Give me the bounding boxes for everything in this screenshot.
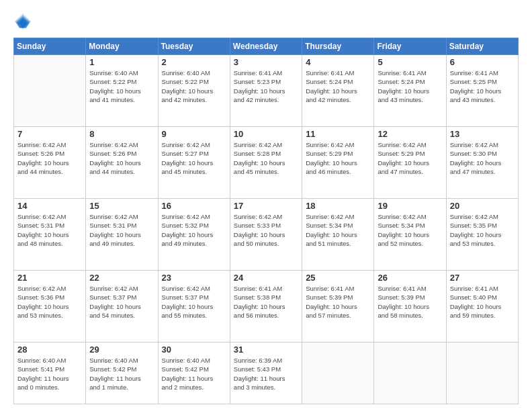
day-cell <box>374 342 446 404</box>
day-cell: 8Sunrise: 6:42 AM Sunset: 5:26 PM Daylig… <box>86 127 158 199</box>
day-cell: 26Sunrise: 6:41 AM Sunset: 5:39 PM Dayli… <box>374 271 446 342</box>
day-cell: 15Sunrise: 6:42 AM Sunset: 5:31 PM Dayli… <box>86 199 158 271</box>
day-number: 3 <box>234 57 298 67</box>
day-cell: 1Sunrise: 6:40 AM Sunset: 5:22 PM Daylig… <box>86 55 158 127</box>
week-row-5: 28Sunrise: 6:40 AM Sunset: 5:41 PM Dayli… <box>14 342 519 404</box>
day-cell: 17Sunrise: 6:42 AM Sunset: 5:33 PM Dayli… <box>230 199 302 271</box>
day-cell: 13Sunrise: 6:42 AM Sunset: 5:30 PM Dayli… <box>446 127 518 199</box>
day-info: Sunrise: 6:40 AM Sunset: 5:42 PM Dayligh… <box>89 356 154 392</box>
day-number: 30 <box>162 345 226 355</box>
day-number: 1 <box>89 57 154 67</box>
day-number: 13 <box>450 129 515 139</box>
day-number: 23 <box>162 273 226 283</box>
day-number: 31 <box>234 345 298 355</box>
day-number: 14 <box>17 201 82 211</box>
day-cell: 28Sunrise: 6:40 AM Sunset: 5:41 PM Dayli… <box>14 342 86 404</box>
day-cell: 16Sunrise: 6:42 AM Sunset: 5:32 PM Dayli… <box>158 199 230 271</box>
day-info: Sunrise: 6:42 AM Sunset: 5:26 PM Dayligh… <box>17 140 82 176</box>
weekday-header-thursday: Thursday <box>302 38 374 55</box>
day-info: Sunrise: 6:40 AM Sunset: 5:41 PM Dayligh… <box>17 356 82 392</box>
week-row-2: 7Sunrise: 6:42 AM Sunset: 5:26 PM Daylig… <box>14 127 519 199</box>
header <box>13 12 519 31</box>
day-cell: 29Sunrise: 6:40 AM Sunset: 5:42 PM Dayli… <box>86 342 158 404</box>
day-cell: 11Sunrise: 6:42 AM Sunset: 5:29 PM Dayli… <box>302 127 374 199</box>
day-info: Sunrise: 6:41 AM Sunset: 5:40 PM Dayligh… <box>450 284 515 320</box>
day-number: 17 <box>234 201 298 211</box>
day-number: 7 <box>17 129 82 139</box>
day-number: 5 <box>378 57 442 67</box>
day-cell: 14Sunrise: 6:42 AM Sunset: 5:31 PM Dayli… <box>14 199 86 271</box>
day-number: 27 <box>450 273 515 283</box>
day-info: Sunrise: 6:41 AM Sunset: 5:25 PM Dayligh… <box>450 68 515 104</box>
week-row-1: 1Sunrise: 6:40 AM Sunset: 5:22 PM Daylig… <box>14 55 519 127</box>
day-cell: 22Sunrise: 6:42 AM Sunset: 5:37 PM Dayli… <box>86 271 158 342</box>
day-number: 18 <box>306 201 370 211</box>
logo <box>13 12 35 31</box>
day-cell: 7Sunrise: 6:42 AM Sunset: 5:26 PM Daylig… <box>14 127 86 199</box>
day-info: Sunrise: 6:42 AM Sunset: 5:29 PM Dayligh… <box>378 140 442 176</box>
day-number: 11 <box>306 129 370 139</box>
day-number: 28 <box>17 345 82 355</box>
day-info: Sunrise: 6:42 AM Sunset: 5:35 PM Dayligh… <box>450 212 515 248</box>
day-info: Sunrise: 6:41 AM Sunset: 5:39 PM Dayligh… <box>306 284 370 320</box>
day-info: Sunrise: 6:42 AM Sunset: 5:30 PM Dayligh… <box>450 140 515 176</box>
weekday-header-friday: Friday <box>374 38 446 55</box>
day-number: 19 <box>378 201 442 211</box>
day-cell: 5Sunrise: 6:41 AM Sunset: 5:24 PM Daylig… <box>374 55 446 127</box>
day-number: 21 <box>17 273 82 283</box>
day-number: 29 <box>89 345 154 355</box>
day-number: 9 <box>162 129 226 139</box>
day-info: Sunrise: 6:40 AM Sunset: 5:22 PM Dayligh… <box>89 68 154 104</box>
day-number: 10 <box>234 129 298 139</box>
day-cell: 23Sunrise: 6:42 AM Sunset: 5:37 PM Dayli… <box>158 271 230 342</box>
day-info: Sunrise: 6:42 AM Sunset: 5:34 PM Dayligh… <box>378 212 442 248</box>
day-info: Sunrise: 6:40 AM Sunset: 5:42 PM Dayligh… <box>162 356 226 392</box>
day-cell: 18Sunrise: 6:42 AM Sunset: 5:34 PM Dayli… <box>302 199 374 271</box>
day-cell: 4Sunrise: 6:41 AM Sunset: 5:24 PM Daylig… <box>302 55 374 127</box>
day-info: Sunrise: 6:40 AM Sunset: 5:22 PM Dayligh… <box>162 68 226 104</box>
day-cell: 21Sunrise: 6:42 AM Sunset: 5:36 PM Dayli… <box>14 271 86 342</box>
day-cell: 12Sunrise: 6:42 AM Sunset: 5:29 PM Dayli… <box>374 127 446 199</box>
day-number: 15 <box>89 201 154 211</box>
day-info: Sunrise: 6:42 AM Sunset: 5:37 PM Dayligh… <box>162 284 226 320</box>
calendar-table: SundayMondayTuesdayWednesdayThursdayFrid… <box>13 38 519 404</box>
day-cell: 19Sunrise: 6:42 AM Sunset: 5:34 PM Dayli… <box>374 199 446 271</box>
day-number: 12 <box>378 129 442 139</box>
day-info: Sunrise: 6:42 AM Sunset: 5:37 PM Dayligh… <box>89 284 154 320</box>
day-info: Sunrise: 6:42 AM Sunset: 5:32 PM Dayligh… <box>162 212 226 248</box>
day-cell: 3Sunrise: 6:41 AM Sunset: 5:23 PM Daylig… <box>230 55 302 127</box>
day-info: Sunrise: 6:42 AM Sunset: 5:31 PM Dayligh… <box>89 212 154 248</box>
day-cell: 2Sunrise: 6:40 AM Sunset: 5:22 PM Daylig… <box>158 55 230 127</box>
day-number: 6 <box>450 57 515 67</box>
day-info: Sunrise: 6:42 AM Sunset: 5:34 PM Dayligh… <box>306 212 370 248</box>
day-cell: 31Sunrise: 6:39 AM Sunset: 5:43 PM Dayli… <box>230 342 302 404</box>
day-cell: 10Sunrise: 6:42 AM Sunset: 5:28 PM Dayli… <box>230 127 302 199</box>
weekday-header-wednesday: Wednesday <box>230 38 302 55</box>
day-cell <box>302 342 374 404</box>
day-info: Sunrise: 6:41 AM Sunset: 5:24 PM Dayligh… <box>378 68 442 104</box>
day-number: 2 <box>162 57 226 67</box>
day-number: 4 <box>306 57 370 67</box>
day-info: Sunrise: 6:41 AM Sunset: 5:24 PM Dayligh… <box>306 68 370 104</box>
day-number: 8 <box>89 129 154 139</box>
day-number: 25 <box>306 273 370 283</box>
day-number: 26 <box>378 273 442 283</box>
day-number: 20 <box>450 201 515 211</box>
day-info: Sunrise: 6:41 AM Sunset: 5:39 PM Dayligh… <box>378 284 442 320</box>
day-cell: 27Sunrise: 6:41 AM Sunset: 5:40 PM Dayli… <box>446 271 518 342</box>
day-cell: 20Sunrise: 6:42 AM Sunset: 5:35 PM Dayli… <box>446 199 518 271</box>
weekday-header-saturday: Saturday <box>446 38 518 55</box>
day-cell: 24Sunrise: 6:41 AM Sunset: 5:38 PM Dayli… <box>230 271 302 342</box>
week-row-3: 14Sunrise: 6:42 AM Sunset: 5:31 PM Dayli… <box>14 199 519 271</box>
week-row-4: 21Sunrise: 6:42 AM Sunset: 5:36 PM Dayli… <box>14 271 519 342</box>
day-info: Sunrise: 6:42 AM Sunset: 5:26 PM Dayligh… <box>89 140 154 176</box>
day-info: Sunrise: 6:42 AM Sunset: 5:27 PM Dayligh… <box>162 140 226 176</box>
logo-icon <box>13 12 32 31</box>
day-number: 22 <box>89 273 154 283</box>
calendar-page: SundayMondayTuesdayWednesdayThursdayFrid… <box>0 0 532 411</box>
day-cell: 6Sunrise: 6:41 AM Sunset: 5:25 PM Daylig… <box>446 55 518 127</box>
weekday-header-tuesday: Tuesday <box>158 38 230 55</box>
day-info: Sunrise: 6:41 AM Sunset: 5:23 PM Dayligh… <box>234 68 298 104</box>
day-cell <box>446 342 518 404</box>
day-info: Sunrise: 6:42 AM Sunset: 5:36 PM Dayligh… <box>17 284 82 320</box>
